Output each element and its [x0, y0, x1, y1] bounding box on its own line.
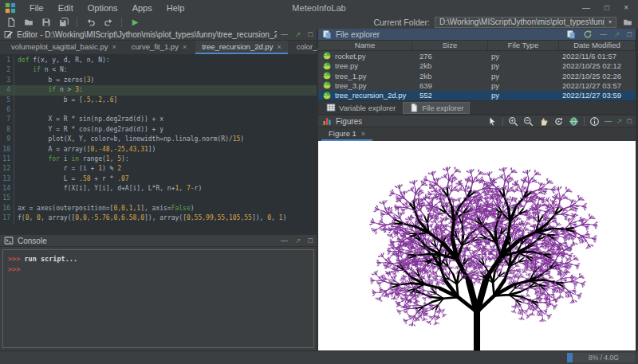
toolbar-separator [584, 117, 585, 126]
console-header: Console — ↗ □ [0, 235, 317, 247]
fractal-tree-plot [318, 141, 636, 350]
undo-button[interactable] [85, 16, 96, 28]
save-all-button[interactable] [57, 16, 69, 28]
console-prompt: >>> [8, 255, 24, 263]
table-row[interactable]: tree_1.py2kbpy2022/10/25 02:26 [318, 71, 636, 80]
file-type-cell: py [488, 72, 559, 80]
file-name-cell: rocket.py [318, 51, 412, 61]
globe-icon[interactable] [569, 116, 579, 127]
add-file-icon[interactable] [566, 29, 576, 39]
editor-float-icon[interactable]: ↗ [295, 30, 301, 38]
file-date-cell: 2022/10/25 02:26 [559, 72, 636, 80]
file-date-cell: 2022/10/25 02:12 [559, 61, 636, 70]
console-float-icon[interactable]: ↗ [295, 237, 301, 245]
code-line: 4 if n > 3: [0, 85, 317, 95]
gutter-divider [14, 56, 14, 65]
console-minimize-icon[interactable]: — [281, 237, 288, 245]
code-text: f(0, 0, array([0,0,-5.76,0,6.58,0]), arr… [18, 213, 286, 223]
open-file-button[interactable] [22, 16, 34, 28]
gutter-divider [14, 174, 14, 184]
figures-icon [322, 116, 332, 126]
tab-file-explorer[interactable]: File explorer [403, 102, 470, 114]
editor-panel: Editor - D:\Working\MIScript\Jython\mis\… [0, 29, 317, 233]
file-explorer-float-icon[interactable]: ↗ [614, 30, 620, 38]
save-button[interactable] [40, 16, 52, 28]
editor-minimize-icon[interactable]: — [281, 30, 288, 38]
file-date-cell: 2022/12/27 03:59 [559, 91, 636, 100]
menu-bar: FileEditOptionsAppsHelp MeteoInfoLab — □… [0, 0, 638, 15]
python-file-icon [322, 51, 332, 61]
info-icon[interactable] [589, 116, 600, 127]
minimize-button[interactable]: — [582, 3, 590, 12]
gutter-divider [14, 164, 14, 174]
figures-title: Figures [336, 117, 362, 126]
menu-edit[interactable]: Edit [51, 3, 81, 13]
editor-maximize-icon[interactable]: □ [309, 30, 313, 38]
close-figure-icon[interactable]: × [361, 130, 365, 138]
close-button[interactable]: × [624, 3, 628, 12]
current-folder-combobox[interactable]: D:\Working\MIScript\Jython\mis\plot_type… [435, 17, 616, 28]
editor-tab-tree_recursion_2d-py[interactable]: tree_recursion_2d.py× [195, 41, 288, 54]
column-header-name-h[interactable]: Name [318, 41, 412, 50]
file-explorer-maximize-icon[interactable]: □ [628, 30, 632, 38]
code-line: 14 f(X[i], Y[i], d+A[i], L*R, n+1, 7-r) [0, 184, 317, 194]
new-file-button[interactable] [5, 16, 17, 28]
zoom-in-icon[interactable] [508, 116, 518, 127]
close-tab-icon[interactable]: × [277, 43, 281, 51]
current-folder-value: D:\Working\MIScript\Jython\mis\plot_type… [435, 18, 604, 26]
table-row[interactable]: rocket.py276py2022/11/6 01:57 [318, 51, 636, 61]
file-explorer-minimize-icon[interactable]: — [600, 30, 607, 38]
zoom-out-icon[interactable] [523, 116, 534, 127]
memory-indicator[interactable]: 8% / 4.0G [567, 353, 635, 362]
gutter-divider [14, 135, 14, 144]
menu-help[interactable]: Help [160, 3, 192, 13]
menu-options[interactable]: Options [81, 3, 125, 13]
console-output[interactable]: >>> run script...>>> [2, 249, 314, 348]
browse-folder-button[interactable] [621, 16, 633, 28]
menu-file[interactable]: File [22, 3, 51, 13]
line-number: 10 [0, 145, 14, 155]
column-header-type-h[interactable]: File Type [488, 41, 559, 50]
code-line: 10 A = array([0,-48,-25,43,31]) [0, 145, 317, 155]
tab-variable-explorer[interactable]: Variable explorer [321, 102, 401, 114]
code-text: X = R * sin(np.deg2rad(d)) + x [18, 115, 163, 124]
rotate-icon[interactable] [553, 116, 564, 127]
editor-tab-label: tree_recursion_2d.py [202, 42, 273, 51]
main-toolbar: ▶ Current Folder: D:\Working\MIScript\Jy… [0, 15, 638, 29]
file-size-cell: 276 [412, 52, 488, 61]
line-number: 3 [0, 76, 14, 85]
file-explorer-panel: File explorer — ↗ □ NameSizeFile TypeDat… [318, 29, 636, 114]
menu-apps[interactable]: Apps [125, 3, 160, 13]
console-text: run script... [24, 255, 77, 263]
chevron-down-icon[interactable]: ▾ [604, 18, 616, 27]
close-tab-icon[interactable]: × [112, 43, 116, 51]
code-editor[interactable]: 1def f(x, y, d, R, n, N):2 if n < N:3 b … [0, 54, 317, 233]
file-name: rocket.py [335, 52, 366, 61]
table-row[interactable]: tree_recursion_2d.py552py2022/12/27 03:5… [318, 91, 636, 100]
figures-float-icon[interactable]: ↗ [616, 117, 623, 125]
code-text: plot(X, Y, color=b, linewidth=np.linalg.… [18, 135, 244, 144]
code-text: if n > 3: [18, 85, 83, 95]
gutter-divider [14, 125, 14, 135]
pointer-tool-icon[interactable] [487, 116, 498, 127]
maximize-button[interactable]: □ [605, 3, 609, 12]
editor-tab-volumeplot_sagittal_basic-py[interactable]: volumeplot_sagittal_basic.py× [5, 41, 123, 54]
console-maximize-icon[interactable]: □ [309, 237, 313, 245]
column-header-size-h[interactable]: Size [412, 41, 488, 50]
figure-canvas[interactable] [318, 141, 636, 350]
figures-minimize-icon[interactable]: — [605, 117, 612, 125]
column-header-date-h[interactable]: Date Modified [559, 41, 636, 50]
figures-header: Figures — ↗ □ [318, 115, 636, 127]
status-bar: 8% / 4.0G [0, 350, 638, 364]
redo-button[interactable] [102, 16, 114, 28]
refresh-icon[interactable] [583, 29, 593, 39]
run-script-button[interactable]: ▶ [129, 16, 141, 28]
figures-maximize-icon[interactable]: □ [628, 117, 632, 125]
table-row[interactable]: tree_3.py639py2022/12/27 03:57 [318, 80, 636, 90]
editor-tab-curve_fit_1-py[interactable]: curve_fit_1.py× [125, 41, 193, 54]
figure-tab[interactable]: Figure 1× [321, 127, 372, 141]
toolbar-separator [502, 117, 503, 126]
table-row[interactable]: tree.py2kbpy2022/10/25 02:12 [318, 61, 636, 70]
pan-hand-icon[interactable] [538, 116, 549, 127]
close-tab-icon[interactable]: × [183, 43, 187, 51]
